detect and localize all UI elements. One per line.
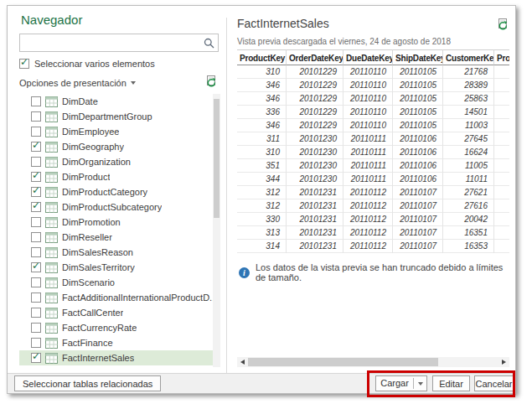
tree-item-checkbox[interactable] xyxy=(31,293,41,303)
table-cell: 312 xyxy=(237,186,287,199)
triangle-right-icon xyxy=(502,360,506,365)
table-cell: 20101230 xyxy=(287,132,343,146)
tree-item[interactable]: FactFinance xyxy=(19,335,213,350)
tree-item-checkbox[interactable] xyxy=(31,96,41,106)
table-cell: 20101230 xyxy=(287,173,343,186)
table-cell: 20110111 xyxy=(343,173,393,186)
table-icon xyxy=(45,338,58,349)
tree-item-checkbox[interactable] xyxy=(31,323,41,333)
tree-item[interactable]: DimGeography xyxy=(19,139,213,154)
tree-item-label: FactAdditionalInternationalProductD... xyxy=(62,293,213,303)
select-multiple-row[interactable]: Seleccionar varios elementos xyxy=(19,59,155,69)
tree-item[interactable]: DimEmployee xyxy=(19,124,213,139)
column-header: Pro xyxy=(494,49,509,65)
tree-item-label: DimReseller xyxy=(62,232,112,242)
select-multiple-checkbox[interactable] xyxy=(19,59,29,69)
display-options-dropdown[interactable]: Opciones de presentación xyxy=(19,78,136,88)
tree-scrollbar[interactable] xyxy=(213,94,220,367)
truncated-notice: Los datos de la vista previa se han trun… xyxy=(239,262,515,282)
tree-item[interactable]: DimProductCategory xyxy=(19,184,213,199)
preview-header-row: ProductKeyOrderDateKeyDueDateKeyShipDate… xyxy=(237,49,509,65)
table-cell xyxy=(494,186,509,199)
tree-item-checkbox[interactable] xyxy=(31,217,41,227)
tree-item[interactable]: DimDepartmentGroup xyxy=(19,109,213,124)
tree-item-checkbox[interactable] xyxy=(31,338,41,348)
hscroll-thumb[interactable] xyxy=(248,358,438,366)
table-cell: 20110110 xyxy=(343,106,393,119)
tree-item-checkbox[interactable] xyxy=(31,157,41,167)
table-row: 31220101231201101122011010727621 xyxy=(237,186,509,199)
tree-item-checkbox[interactable] xyxy=(31,277,41,287)
table-cell: 313 xyxy=(237,226,287,240)
table-cell: 346 xyxy=(237,119,287,132)
tree-item[interactable]: FactAdditionalInternationalProductD... xyxy=(19,290,213,305)
tree-item[interactable]: DimSalesTerritory xyxy=(19,260,213,275)
scroll-left-button[interactable] xyxy=(237,357,248,367)
tree-item-checkbox[interactable] xyxy=(31,247,41,257)
tree-item-checkbox[interactable] xyxy=(31,142,41,152)
tree-item-checkbox[interactable] xyxy=(31,202,41,212)
tree-item-checkbox[interactable] xyxy=(31,111,41,122)
tree-item-label: DimProductSubcategory xyxy=(62,202,162,212)
tree-item-checkbox[interactable] xyxy=(31,232,41,242)
table-cell: 20101231 xyxy=(287,186,343,199)
tree-scrollbar-thumb[interactable] xyxy=(214,99,220,218)
table-cell: 310 xyxy=(237,146,287,159)
tree-item-checkbox[interactable] xyxy=(31,262,41,272)
table-row: 31220101231201101122011010727616 xyxy=(237,199,509,213)
search-input[interactable] xyxy=(23,36,200,50)
table-cell: 11005 xyxy=(443,159,494,173)
tree-item-label: FactCallCenter xyxy=(62,308,123,318)
hscroll-track[interactable] xyxy=(248,357,498,367)
table-icon xyxy=(45,353,58,364)
preview-hscrollbar[interactable] xyxy=(237,357,509,367)
table-icon xyxy=(45,293,58,303)
refresh-list-icon[interactable] xyxy=(205,75,218,88)
tree-item-label: DimScenario xyxy=(62,277,115,287)
table-icon xyxy=(45,187,58,198)
table-cell: 20101230 xyxy=(287,146,343,159)
tree-item[interactable]: DimSalesReason xyxy=(19,245,213,260)
table-cell: 20110112 xyxy=(343,213,393,226)
tree-item-label: DimProductCategory xyxy=(62,187,147,197)
table-cell: 20110110 xyxy=(343,79,393,92)
tree-item[interactable]: FactCurrencyRate xyxy=(19,320,213,335)
table-cell xyxy=(494,240,509,253)
select-related-tables-button[interactable]: Seleccionar tablas relacionadas xyxy=(14,375,161,391)
info-icon xyxy=(239,267,250,278)
tree-item-checkbox[interactable] xyxy=(31,353,41,363)
tree-item-checkbox[interactable] xyxy=(31,127,41,137)
tree-item[interactable]: DimPromotion xyxy=(19,215,213,230)
tree-item[interactable]: DimOrganization xyxy=(19,154,213,169)
table-row: 33620101229201101102011010514501 xyxy=(237,106,509,119)
table-cell: 20110105 xyxy=(393,65,443,79)
tree-item-label: FactFinance xyxy=(62,338,113,348)
tree-item-label: DimProduct xyxy=(62,172,110,182)
table-cell: 20101231 xyxy=(287,199,343,213)
tree-item[interactable]: FactInternetSales xyxy=(19,350,213,365)
scroll-right-button[interactable] xyxy=(498,357,509,367)
table-cell: 20101231 xyxy=(287,240,343,253)
tree-item-label: DimDate xyxy=(62,96,98,106)
tree-item[interactable]: DimDate xyxy=(19,94,213,109)
triangle-left-icon xyxy=(240,360,245,365)
tree-item[interactable]: DimReseller xyxy=(19,230,213,245)
tree-item[interactable]: DimScenario xyxy=(19,275,213,290)
search-box[interactable] xyxy=(19,34,219,52)
tree-item[interactable]: DimProduct xyxy=(19,169,213,184)
refresh-preview-icon[interactable] xyxy=(497,18,509,31)
table-cell: 16351 xyxy=(443,226,494,240)
table-icon xyxy=(45,308,58,318)
tree-item[interactable]: FactCallCenter xyxy=(19,305,213,320)
table-cell xyxy=(494,79,509,92)
tree-item[interactable]: DimProductSubcategory xyxy=(19,199,213,215)
tree-item-checkbox[interactable] xyxy=(31,187,41,197)
table-icon xyxy=(45,172,58,183)
table-cell: 20101229 xyxy=(287,65,343,79)
tree-item-checkbox[interactable] xyxy=(31,308,41,318)
pane-divider xyxy=(226,18,227,373)
tree-item-label: DimDepartmentGroup xyxy=(62,111,152,122)
tree-item-checkbox[interactable] xyxy=(31,172,41,182)
table-cell: 20110111 xyxy=(343,146,393,159)
table-icon xyxy=(45,277,58,288)
